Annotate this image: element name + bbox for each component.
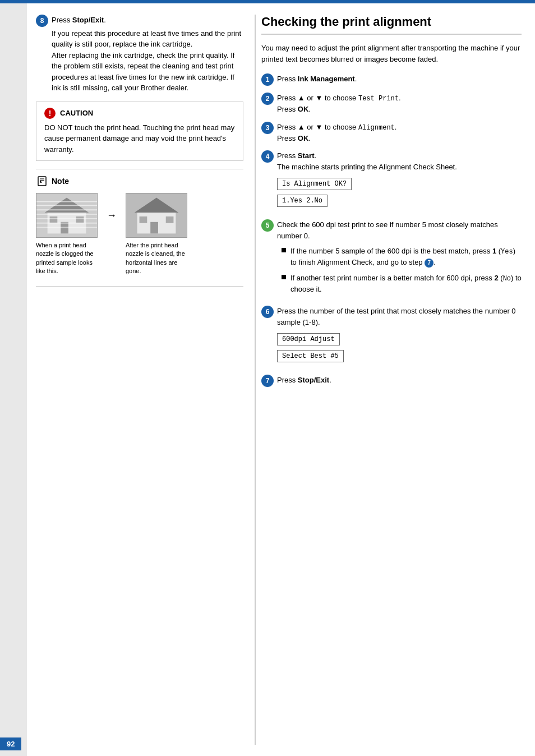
bullet-2-icon: [282, 275, 286, 279]
step-4-lcd2: 1.Yes 2.No: [277, 195, 328, 207]
note-icon: [36, 175, 48, 187]
note-images: When a print head nozzle is clogged the …: [36, 193, 243, 276]
step-6-lcd1: 600dpi Adjust: [277, 333, 340, 345]
svg-rect-0: [38, 177, 46, 186]
caution-label: CAUTION: [60, 109, 93, 117]
step-6-circle: 6: [261, 306, 274, 318]
step-2-content: Press ▲ or ▼ to choose Test Print.Press …: [277, 93, 522, 115]
step-1-content: Press Ink Management.: [277, 73, 522, 85]
caution-box: ! CAUTION DO NOT touch the print head. T…: [36, 102, 243, 162]
step-1-text: Press Ink Management.: [277, 73, 522, 85]
bullet-2: If another test print number is a better…: [277, 273, 522, 295]
after-house-image: [126, 193, 187, 238]
main-content: 8 Press Stop/Exit. If you repeat this pr…: [27, 3, 535, 756]
step-7-row: 7 Press Stop/Exit.: [261, 375, 522, 387]
step-5-body: Check the 600 dpi test print to see if n…: [277, 219, 522, 241]
step-8-circle: 8: [36, 15, 48, 27]
section-intro: You may need to adjust the print alignme…: [261, 43, 522, 64]
step-5-circle: 5: [261, 219, 274, 232]
step-1-circle: 1: [261, 73, 274, 86]
step-4-title: Press Start. The machine starts printing…: [277, 150, 522, 172]
note-box: Note: [36, 169, 243, 287]
step-4-content: Press Start. The machine starts printing…: [277, 150, 522, 213]
step-7-circle: 7: [261, 375, 274, 387]
step-7-content: Press Stop/Exit.: [277, 375, 522, 386]
bullet-1-text: If the number 5 sample of the 600 dpi is…: [290, 246, 522, 268]
step-2-text: Press ▲ or ▼ to choose Test Print.Press …: [277, 93, 522, 115]
step-6-body: Press the number of the test print that …: [277, 306, 522, 328]
left-sidebar: [0, 3, 27, 756]
step-2-circle: 2: [261, 93, 274, 105]
bullet-1: If the number 5 sample of the 600 dpi is…: [277, 246, 522, 268]
bullet-1-icon: [282, 248, 286, 252]
caution-body: DO NOT touch the print head. Touching th…: [44, 122, 235, 155]
page-footer: 92: [0, 737, 535, 750]
step-3-row: 3 Press ▲ or ▼ to choose Alignment.Press…: [261, 122, 522, 144]
content-area: 8 Press Stop/Exit. If you repeat this pr…: [0, 3, 535, 756]
step-6-lcd2: Select Best #5: [277, 350, 344, 362]
step-7-text: Press Stop/Exit.: [277, 375, 522, 386]
svg-rect-21: [140, 216, 147, 223]
caution-icon: !: [44, 108, 56, 119]
step-3-circle: 3: [261, 122, 274, 134]
step-4-lcd1: Is Alignment OK?: [277, 178, 352, 190]
step-8-body: If you repeat this procedure at least fi…: [52, 28, 243, 94]
caution-header: ! CAUTION: [44, 108, 235, 119]
before-caption: When a print head nozzle is clogged the …: [36, 241, 98, 276]
step-3-text: Press ▲ or ▼ to choose Alignment.Press O…: [277, 122, 522, 144]
step-8-content: Press Stop/Exit. If you repeat this proc…: [52, 15, 243, 94]
after-image-block: After the print head nozzle is cleaned, …: [126, 193, 187, 276]
svg-rect-22: [166, 216, 174, 223]
note-header: Note: [36, 175, 243, 187]
left-column: 8 Press Stop/Exit. If you repeat this pr…: [36, 15, 255, 745]
step-8-row: 8 Press Stop/Exit. If you repeat this pr…: [36, 15, 243, 94]
before-house-image: [36, 193, 98, 238]
step-1-row: 1 Press Ink Management.: [261, 73, 522, 86]
step-5-row: 5 Check the 600 dpi test print to see if…: [261, 219, 522, 299]
step-6-row: 6 Press the number of the test print tha…: [261, 306, 522, 368]
right-column: Checking the print alignment You may nee…: [255, 15, 522, 745]
arrow-icon: →: [107, 210, 117, 222]
step-8-title: Press Stop/Exit.: [52, 15, 243, 26]
before-image-block: When a print head nozzle is clogged the …: [36, 193, 98, 276]
note-label: Note: [52, 177, 69, 186]
section-title: Checking the print alignment: [261, 15, 522, 35]
step-4-lcd-group: Is Alignment OK? 1.Yes 2.No: [277, 176, 522, 209]
step-3-content: Press ▲ or ▼ to choose Alignment.Press O…: [277, 122, 522, 144]
page-number: 92: [0, 737, 21, 750]
svg-rect-20: [150, 222, 158, 234]
page: 8 Press Stop/Exit. If you repeat this pr…: [0, 0, 535, 756]
step-6-lcd-group: 600dpi Adjust Select Best #5: [277, 331, 522, 365]
step-6-content: Press the number of the test print that …: [277, 306, 522, 368]
step-4-circle: 4: [261, 150, 274, 163]
step-5-bullets: If the number 5 sample of the 600 dpi is…: [277, 246, 522, 294]
bullet-2-text: If another test print number is a better…: [290, 273, 522, 295]
step-5-content: Check the 600 dpi test print to see if n…: [277, 219, 522, 299]
svg-rect-9: [76, 216, 84, 223]
step-4-row: 4 Press Start. The machine starts printi…: [261, 150, 522, 213]
after-caption: After the print head nozzle is cleaned, …: [126, 241, 187, 276]
step-2-row: 2 Press ▲ or ▼ to choose Test Print.Pres…: [261, 93, 522, 115]
svg-rect-8: [50, 216, 58, 223]
